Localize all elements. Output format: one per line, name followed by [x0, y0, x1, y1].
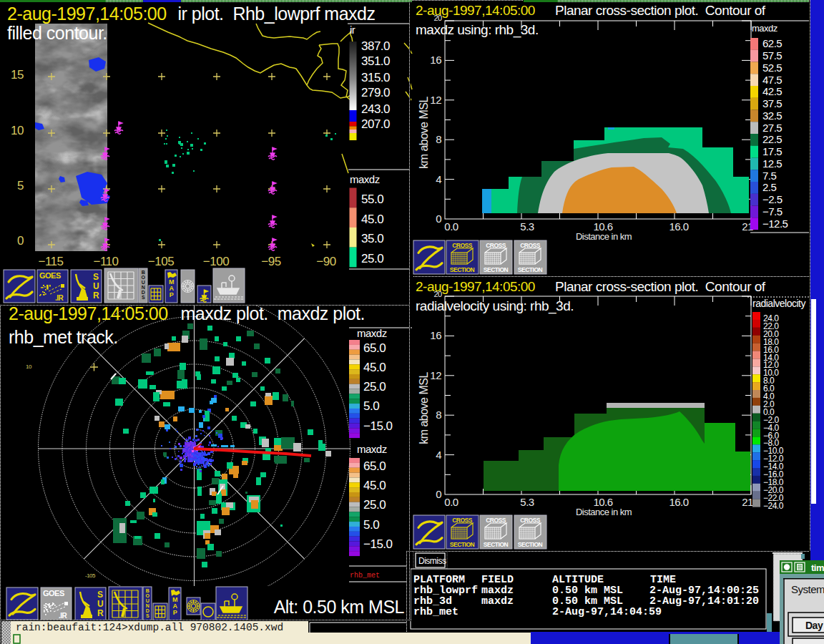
svg-text:S: S — [97, 590, 103, 600]
svg-text:2-Aug-97,14:04:59: 2-Aug-97,14:04:59 — [552, 606, 662, 618]
svg-text:55.0: 55.0 — [361, 192, 383, 206]
svg-text:maxdz using: rhb_3d.: maxdz using: rhb_3d. — [416, 22, 539, 38]
svg-text:57.5: 57.5 — [762, 49, 782, 62]
svg-text:387.0: 387.0 — [361, 39, 390, 53]
svg-text:47.5: 47.5 — [762, 74, 782, 86]
svg-text:Planar cross-section plot. Co: Planar cross-section plot. Contour of — [555, 3, 766, 18]
svg-text:21: 21 — [742, 496, 753, 508]
svg-text:32.5: 32.5 — [762, 109, 782, 122]
svg-text:rain:beaufait:124>xdump.all 97: rain:beaufait:124>xdump.all 970802.1405.… — [16, 622, 283, 633]
svg-text:5.0: 5.0 — [363, 399, 379, 413]
svg-text:filled contour.: filled contour. — [7, 23, 107, 43]
svg-text:SECTION: SECTION — [518, 266, 543, 273]
svg-text:−15.0: −15.0 — [363, 537, 393, 551]
svg-text:20: 20 — [433, 14, 442, 22]
svg-text:0: 0 — [17, 234, 24, 248]
svg-text:52.5: 52.5 — [762, 62, 782, 74]
svg-text:25.0: 25.0 — [363, 498, 386, 512]
svg-text:45.0: 45.0 — [361, 213, 383, 226]
svg-text:System: System — [791, 583, 824, 595]
svg-text:SECTION: SECTION — [450, 541, 475, 548]
svg-text:10: 10 — [11, 124, 24, 137]
svg-text:5.0: 5.0 — [363, 518, 379, 532]
svg-text:rhb_met: rhb_met — [350, 572, 380, 580]
svg-text:27.5: 27.5 — [762, 122, 782, 134]
svg-text:0.0: 0.0 — [444, 496, 458, 508]
svg-text:5: 5 — [17, 179, 24, 192]
svg-text:rhb_met track.: rhb_met track. — [9, 327, 118, 347]
svg-text:maxdz: maxdz — [357, 327, 387, 339]
svg-text:12: 12 — [430, 94, 441, 106]
svg-text:62.5: 62.5 — [762, 37, 782, 49]
svg-text:8: 8 — [436, 409, 441, 421]
svg-text:P: P — [170, 291, 174, 298]
svg-text:Distance in km: Distance in km — [576, 507, 632, 517]
svg-text:−95: −95 — [261, 255, 280, 268]
svg-text:N: N — [142, 285, 145, 290]
svg-text:.IR: .IR — [55, 294, 64, 302]
svg-text:16.0: 16.0 — [669, 496, 688, 508]
svg-text:0: 0 — [436, 213, 441, 225]
svg-text:17.5: 17.5 — [762, 145, 782, 157]
svg-text:ir plot. Rhb_lowprf maxdz: ir plot. Rhb_lowprf maxdz — [173, 4, 375, 24]
svg-text:km above MSL: km above MSL — [418, 372, 430, 444]
svg-text:SECTION: SECTION — [484, 266, 509, 273]
svg-text:65.0: 65.0 — [363, 459, 386, 473]
svg-text:42.5: 42.5 — [762, 85, 782, 97]
svg-text:-105: -105 — [85, 572, 96, 579]
svg-text:2-Aug-97,14:01:20: 2-Aug-97,14:01:20 — [649, 595, 759, 608]
svg-text:−24.0: −24.0 — [763, 501, 784, 511]
svg-text:12: 12 — [430, 369, 441, 381]
svg-text:12.5: 12.5 — [762, 157, 782, 170]
svg-text:maxdz: maxdz — [481, 595, 514, 608]
svg-text:P: P — [173, 609, 177, 616]
svg-text:−2.5: −2.5 — [762, 193, 783, 205]
svg-text:Planar cross-section plot. Co: Planar cross-section plot. Contour of — [555, 279, 766, 294]
svg-text:2-aug-1997,14:05:00: 2-aug-1997,14:05:00 — [9, 303, 168, 323]
svg-text:45.0: 45.0 — [363, 361, 386, 374]
svg-text:15: 15 — [11, 68, 24, 82]
svg-text:37.5: 37.5 — [762, 97, 782, 109]
svg-text:tim: tim — [811, 562, 824, 573]
svg-text:km above MSL: km above MSL — [418, 97, 430, 169]
svg-text:U: U — [97, 599, 103, 609]
svg-text:N: N — [146, 603, 149, 608]
svg-text:maxdz: maxdz — [357, 443, 387, 455]
svg-text:2.5: 2.5 — [762, 181, 777, 193]
svg-text:R: R — [93, 291, 99, 301]
svg-text:25.0: 25.0 — [361, 252, 383, 265]
svg-text:0: 0 — [436, 488, 441, 500]
svg-text:8: 8 — [436, 133, 441, 145]
svg-text:207.0: 207.0 — [361, 117, 390, 131]
svg-text:315.0: 315.0 — [361, 71, 390, 84]
svg-text:7.5: 7.5 — [762, 170, 777, 182]
svg-text:25.0: 25.0 — [363, 380, 386, 394]
svg-text:D: D — [142, 290, 145, 295]
svg-text:SECTION: SECTION — [484, 541, 509, 548]
svg-text:B: B — [146, 588, 149, 593]
svg-text:Alt: 0.50 km MSL: Alt: 0.50 km MSL — [274, 597, 405, 617]
svg-text:−12.5: −12.5 — [762, 218, 788, 230]
svg-text:maxdz: maxdz — [350, 173, 380, 185]
svg-text:SECTION: SECTION — [450, 266, 475, 273]
svg-text:radialvelocity: radialvelocity — [752, 298, 805, 309]
svg-text:ir: ir — [350, 24, 355, 36]
svg-text:rhb_met: rhb_met — [413, 606, 458, 618]
svg-text:279.0: 279.0 — [361, 86, 390, 99]
svg-text:65.0: 65.0 — [363, 341, 386, 355]
svg-text:351.0: 351.0 — [361, 54, 390, 68]
svg-text:D: D — [146, 608, 149, 613]
svg-text:10: 10 — [26, 364, 32, 370]
svg-text:16: 16 — [430, 54, 441, 66]
svg-text:U: U — [93, 281, 99, 291]
svg-text:−115: −115 — [38, 255, 63, 268]
svg-text:22.5: 22.5 — [762, 133, 782, 145]
svg-text:R: R — [97, 608, 104, 618]
svg-text:−110: −110 — [93, 255, 118, 268]
svg-text:−90: −90 — [316, 255, 335, 268]
svg-text:U: U — [142, 280, 145, 285]
svg-text:Distance in km: Distance in km — [576, 231, 632, 242]
svg-text:GOES: GOES — [43, 589, 64, 597]
svg-text:0.0: 0.0 — [444, 220, 458, 233]
svg-text:−105: −105 — [148, 255, 174, 268]
